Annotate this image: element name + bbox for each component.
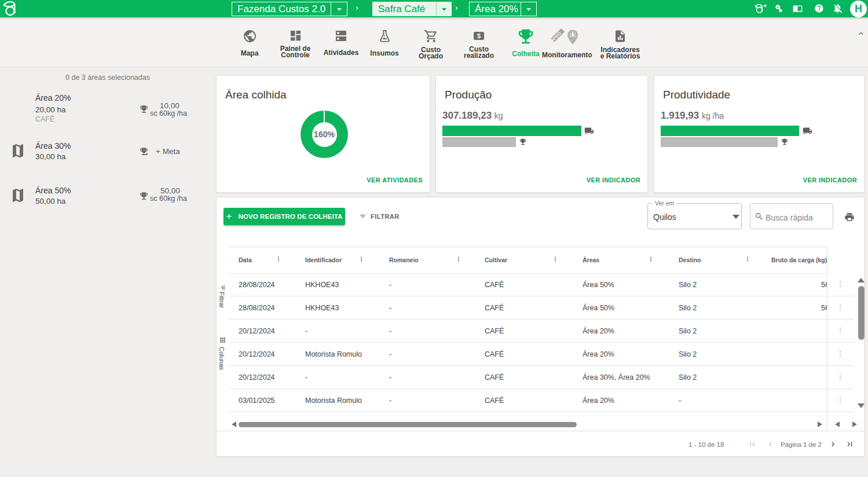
svg-text:$: $ xyxy=(477,32,481,39)
